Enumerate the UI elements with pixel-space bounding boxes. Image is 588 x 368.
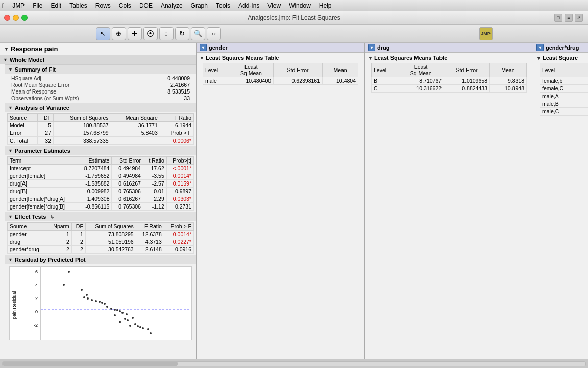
drug-stderr-1: 1.0109658 <box>444 77 490 85</box>
param-estimate-2: -1.759652 <box>77 172 112 180</box>
menu-tools[interactable]: Tools <box>212 2 234 10</box>
menu-file[interactable]: File <box>29 2 46 10</box>
menu-tables[interactable]: Tables <box>66 2 91 10</box>
minimize-button[interactable] <box>13 15 19 21</box>
param-table: Term Estimate Std Error t Ratio Prob>|t|… <box>7 156 194 211</box>
gender-drug-disclosure[interactable]: ▼ <box>536 56 541 61</box>
summary-disclosure[interactable]: ▼ <box>8 67 13 72</box>
menu-jmp[interactable]: JMP <box>9 2 28 10</box>
crosshair-tool-button[interactable]: ⊕ <box>112 27 126 40</box>
gender-panel-icon[interactable]: ▼ <box>200 44 207 51</box>
summary-value-3: 8.533515 <box>136 88 192 95</box>
menu-analyze[interactable]: Analyze <box>157 2 186 10</box>
effect-drug-ss: 51.059196 <box>85 238 136 246</box>
anova-error-prob-label: Prob > F <box>160 129 193 137</box>
table-row: gender*drug 2 2 30.542763 2.6148 0.0916 <box>8 246 194 254</box>
response-disclosure[interactable]: ▼ <box>4 47 9 52</box>
drug-ls-means-label: Least Squares Means Table <box>374 55 447 61</box>
effect-col-df: DF <box>71 223 85 231</box>
effect-gd-nparm: 2 <box>47 246 72 254</box>
gender-ls-means-disclosure[interactable]: ▼ <box>200 56 204 61</box>
drug-ls-means-disclosure[interactable]: ▼ <box>368 56 373 61</box>
select-tool-button[interactable]: ↖ <box>96 27 110 40</box>
svg-point-18 <box>126 313 128 315</box>
anova-col-source: Source <box>8 114 38 122</box>
param-stderr-2: 0.494984 <box>112 172 143 180</box>
svg-point-5 <box>83 296 85 298</box>
param-term-6: gender[female]*drug[B] <box>8 203 77 211</box>
residual-plot-section: ▼ Residual by Predicted Plot 6 4 2 0 -2 … <box>5 255 196 340</box>
param-tratio-2: -3.55 <box>143 172 166 180</box>
jmp-logo-button[interactable]: JMP <box>479 27 493 40</box>
menu-edit[interactable]: Edit <box>47 2 65 10</box>
effect-tests-table: Source Nparm DF Sum of Squares F Ratio P… <box>7 222 194 254</box>
anova-col-f: F Ratio <box>160 114 193 122</box>
table-row: Intercept 8.7207484 0.494984 17.62 <.000… <box>8 165 194 172</box>
window-title: Analgesics.jmp: Fit Least Squares <box>248 14 340 21</box>
anova-disclosure[interactable]: ▼ <box>8 105 13 110</box>
param-col-prob: Prob>|t| <box>166 157 193 165</box>
param-estimates-section: ▼ Parameter Estimates Term Estimate Std … <box>5 146 196 211</box>
svg-point-4 <box>86 294 88 296</box>
anova-error-df: 27 <box>38 129 54 137</box>
drug-ls-means-title: ▼ Least Squares Means Table <box>368 55 530 61</box>
param-estimate-3: -1.585882 <box>77 180 112 188</box>
param-tratio-3: -2.57 <box>143 180 166 188</box>
param-disclosure[interactable]: ▼ <box>8 148 13 153</box>
scrollbar-thumb[interactable] <box>3 362 178 366</box>
table-row: female,b 6.0950 <box>540 77 589 85</box>
menu-help[interactable]: Help <box>315 2 335 10</box>
gd-col-level: Level <box>540 63 589 77</box>
svg-point-25 <box>137 325 139 327</box>
rotate-tool-button[interactable]: ↻ <box>175 27 189 40</box>
gender-drug-panel-icon[interactable]: ▼ <box>536 44 544 51</box>
y-tick-4: 4 <box>10 283 38 288</box>
anova-model-ms: 36.1771 <box>111 122 160 129</box>
param-term-4: drug[B] <box>8 188 77 195</box>
menu-graph[interactable]: Graph <box>187 2 211 10</box>
add-tool-button[interactable]: ✚ <box>128 27 142 40</box>
summary-value-1: 0.448009 <box>136 75 192 82</box>
window-icon-2[interactable]: ≡ <box>565 14 573 22</box>
pan-tool-button[interactable]: ⦿ <box>143 27 158 40</box>
table-row: male 10.480400 0.62398161 10.4804 <box>203 77 358 85</box>
svg-point-24 <box>134 323 136 325</box>
horizontal-scrollbar[interactable] <box>2 361 586 366</box>
effect-gd-df: 2 <box>71 246 85 254</box>
menu-view[interactable]: View <box>264 2 284 10</box>
menu-cols[interactable]: Cols <box>115 2 135 10</box>
menu-addins[interactable]: Add-Ins <box>235 2 263 10</box>
window-icon-3[interactable]: ↗ <box>575 14 583 22</box>
svg-point-3 <box>81 289 83 291</box>
residual-plot-header: ▼ Residual by Predicted Plot <box>5 255 196 264</box>
table-row: male,C 12.6294 <box>540 108 589 116</box>
resize-tool-button[interactable]: ↕ <box>159 27 174 40</box>
anova-ctotal-ss: 338.57335 <box>54 137 111 145</box>
svg-point-10 <box>101 302 103 304</box>
effect-tests-disclosure[interactable]: ▼ <box>8 214 13 219</box>
menu-doe[interactable]: DOE <box>136 2 156 10</box>
summary-name-3: Mean of Response <box>9 88 136 95</box>
residual-disclosure[interactable]: ▼ <box>8 257 13 262</box>
effect-gender-f: 12.6378 <box>136 231 164 238</box>
param-prob-3: 0.0159* <box>166 180 193 188</box>
drug-panel-icon[interactable]: ▼ <box>368 44 375 51</box>
effect-tests-header: ▼ Effect Tests ↳ <box>5 212 196 221</box>
param-stderr-4: 0.765306 <box>112 188 143 195</box>
menu-window[interactable]: Window <box>285 2 314 10</box>
menu-rows[interactable]: Rows <box>92 2 114 10</box>
param-estimate-4: -0.009982 <box>77 188 112 195</box>
close-button[interactable] <box>4 15 10 21</box>
zoom-tool-button[interactable]: 🔍 <box>191 27 205 40</box>
table-row: gender[female]*drug[A] 1.409308 0.616267… <box>8 195 194 203</box>
window-icon-1[interactable]: □ <box>554 14 562 22</box>
maximize-button[interactable] <box>21 15 28 21</box>
table-row: gender[female] -1.759652 0.494984 -3.55 … <box>8 172 194 180</box>
anova-ctotal-source: C. Total <box>8 137 38 145</box>
param-table-container: Term Estimate Std Error t Ratio Prob>|t|… <box>7 156 194 211</box>
whole-model-disclosure[interactable]: ▼ <box>3 57 8 62</box>
svg-point-14 <box>114 309 116 311</box>
expand-tool-button[interactable]: ↔ <box>207 27 221 40</box>
gender-drug-ls-means-title: ▼ Least Square <box>536 55 588 61</box>
apple-menu[interactable]:  <box>2 2 5 10</box>
